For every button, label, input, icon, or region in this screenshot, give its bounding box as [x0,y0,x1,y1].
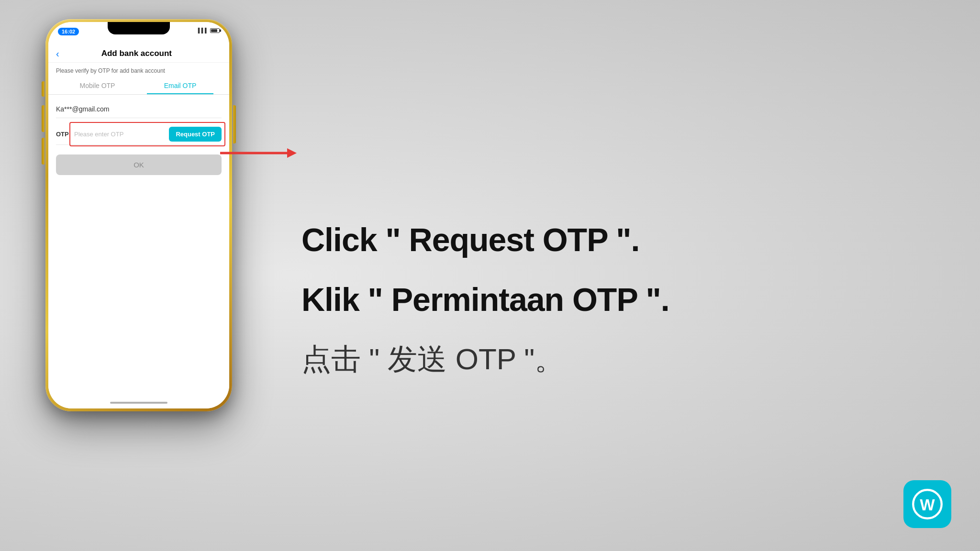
page-title: Add bank account [63,49,210,58]
instruction-chinese: 点击 " 发送 OTP "。 [301,342,942,377]
instruction-english: Click " Request OTP ". [301,222,942,258]
status-time: 16:02 [58,28,79,35]
arrow-head [287,148,297,158]
volume-down-button [42,138,45,165]
watermark-logo: W [903,480,951,528]
otp-row-wrapper: OTP Please enter OTP Request OTP [56,124,222,145]
phone-mockup: 16:02 ▌▌▌ ‹ Add bank account Please veri… [45,19,232,411]
back-button[interactable]: ‹ [56,49,59,58]
request-otp-button[interactable]: Request OTP [169,127,222,142]
email-display: Ka***@gmail.com [56,100,222,118]
otp-input[interactable]: Please enter OTP [74,131,165,138]
app-header: ‹ Add bank account [48,43,229,63]
otp-tabs: Mobile OTP Email OTP [48,77,229,95]
power-button [233,105,236,143]
phone-frame: 16:02 ▌▌▌ ‹ Add bank account Please veri… [45,19,232,411]
otp-label: OTP [56,131,70,138]
form-area: Ka***@gmail.com OTP Please enter OTP Req… [48,95,229,181]
svg-text:W: W [920,496,935,514]
status-icons: ▌▌▌ [198,28,220,33]
ok-button[interactable]: OK [56,154,222,175]
battery-icon [210,28,220,33]
instruction-malay: Klik " Permintaan OTP ". [301,282,942,318]
verify-subtitle: Please verify by OTP for add bank accoun… [48,63,229,77]
home-indicator [110,402,167,404]
arrow-shaft [220,152,287,154]
volume-up-button [42,105,45,132]
wps-logo-svg: W [911,487,944,521]
otp-row: OTP Please enter OTP Request OTP [56,124,222,145]
arrow-pointer [220,148,297,158]
right-instructions: Click " Request OTP ". Klik " Permintaan… [301,86,942,513]
phone-screen: 16:02 ▌▌▌ ‹ Add bank account Please veri… [48,22,229,408]
status-bar: 16:02 ▌▌▌ [48,22,229,43]
tab-mobile-otp[interactable]: Mobile OTP [56,77,139,94]
tab-email-otp[interactable]: Email OTP [139,77,222,94]
app-content: ‹ Add bank account Please verify by OTP … [48,43,229,408]
mute-button [42,81,45,97]
signal-icon: ▌▌▌ [198,28,208,33]
phone-notch [108,22,170,34]
